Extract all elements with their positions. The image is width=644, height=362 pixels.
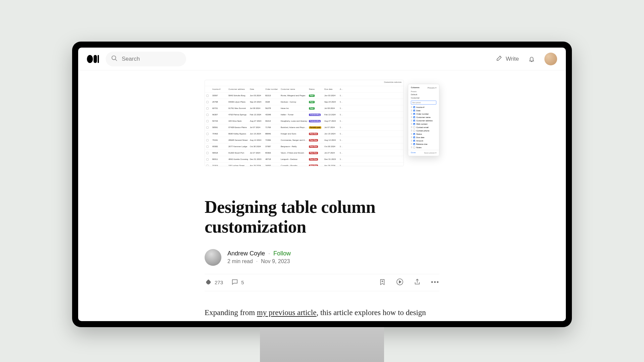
profile-avatar[interactable] (544, 53, 557, 65)
svg-point-0 (112, 56, 116, 60)
author-name[interactable]: Andrew Coyle (227, 250, 265, 257)
search-icon (111, 55, 118, 63)
clap-button[interactable]: 273 (205, 278, 223, 287)
read-time: 2 min read (227, 258, 253, 264)
bookmark-button[interactable] (379, 278, 386, 287)
medium-logo[interactable] (87, 55, 100, 63)
article-body: Expanding from my previous article, this… (205, 306, 439, 321)
responses-button[interactable]: 5 (231, 278, 244, 287)
play-icon (396, 278, 404, 286)
hero-customize-label: Customize columns (384, 81, 401, 83)
top-nav: Search Write (78, 48, 566, 70)
svg-line-1 (115, 59, 117, 61)
notifications-button[interactable] (528, 55, 536, 63)
more-button[interactable]: ••• (431, 279, 439, 286)
listen-button[interactable] (396, 278, 404, 287)
popover-done: Done (411, 152, 416, 154)
popover-save-preset: Save preset ▾ (424, 152, 436, 154)
popover-title: Columns (411, 86, 420, 89)
body-lead: Expanding from (205, 308, 257, 317)
hero-image: Customize columns Invoice #Customer addr… (205, 80, 439, 182)
columns-popover: Columns Presets ▾ Presets Default Custom… (408, 84, 439, 156)
response-count: 5 (241, 280, 244, 285)
write-icon (496, 54, 503, 63)
preset-new-input: New preset (411, 101, 436, 105)
comment-icon (231, 278, 238, 287)
author-row: Andrew Coyle · Follow 2 min read · Nov 9… (205, 249, 439, 266)
write-button[interactable]: Write (496, 54, 519, 63)
author-avatar[interactable] (205, 249, 221, 266)
bookmark-icon (379, 278, 386, 286)
clap-icon (205, 278, 212, 287)
separator-dot: · (256, 258, 258, 264)
publish-date: Nov 9, 2023 (261, 258, 290, 264)
popover-presets-caret: Presets ▾ (428, 86, 436, 89)
preset-customer: Customer (408, 96, 439, 100)
search-input[interactable]: Search (106, 52, 186, 66)
follow-button[interactable]: Follow (273, 250, 291, 257)
clap-count: 273 (215, 280, 223, 285)
article-title: Designing table column customization (205, 197, 439, 237)
share-icon (414, 278, 421, 286)
bell-icon (528, 55, 536, 63)
share-button[interactable] (414, 278, 421, 287)
popover-presets-header: Presets (408, 90, 439, 93)
search-placeholder: Search (122, 56, 140, 62)
body-link[interactable]: my previous article (257, 308, 317, 317)
separator-dot: · (268, 250, 270, 257)
write-label: Write (506, 56, 519, 62)
preset-default: Default (408, 93, 439, 96)
engagement-bar: 273 5 (205, 274, 439, 291)
